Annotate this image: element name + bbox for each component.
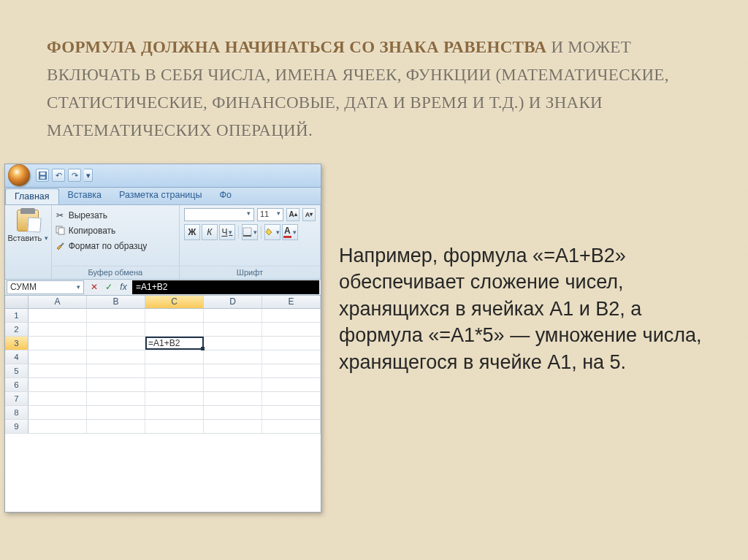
cell[interactable] xyxy=(87,337,145,350)
cell[interactable] xyxy=(145,323,204,336)
svg-rect-2 xyxy=(40,176,45,178)
cell[interactable] xyxy=(28,378,87,391)
cell[interactable] xyxy=(204,364,262,377)
accept-formula-icon[interactable]: ✓ xyxy=(103,281,115,293)
row-header[interactable]: 8 xyxy=(5,406,28,419)
cell[interactable] xyxy=(87,323,145,336)
worksheet-grid: A B C D E 1 2 3 =A1+B2 4 5 6 xyxy=(5,296,321,512)
select-all-corner[interactable] xyxy=(5,296,28,308)
cell[interactable] xyxy=(145,406,204,419)
quick-access-toolbar: ↶ ↷ ▾ xyxy=(36,169,93,182)
fill-color-button[interactable]: ▾ xyxy=(264,224,280,240)
cell[interactable] xyxy=(262,350,321,364)
clipboard-group-label: Буфер обмена xyxy=(52,266,179,279)
cell[interactable] xyxy=(28,337,87,350)
cell[interactable] xyxy=(204,350,262,364)
cell[interactable] xyxy=(145,420,204,433)
row-header[interactable]: 4 xyxy=(5,350,28,364)
undo-icon[interactable]: ↶ xyxy=(52,169,65,182)
column-header[interactable]: D xyxy=(204,296,262,308)
cell[interactable] xyxy=(28,392,87,405)
qat-more-icon[interactable]: ▾ xyxy=(84,169,93,182)
column-header[interactable]: A xyxy=(28,296,87,308)
row-header[interactable]: 5 xyxy=(5,364,28,377)
cell[interactable] xyxy=(28,350,87,364)
cell[interactable] xyxy=(262,392,321,405)
tab-insert[interactable]: Вставка xyxy=(59,188,110,204)
active-cell[interactable]: =A1+B2 xyxy=(145,337,204,350)
cell[interactable] xyxy=(204,392,262,405)
formula-bar[interactable]: =A1+B2 xyxy=(132,280,319,294)
cell[interactable] xyxy=(28,406,87,419)
cell[interactable] xyxy=(145,392,204,405)
cell[interactable] xyxy=(145,350,204,364)
cut-button[interactable]: ✂ Вырезать xyxy=(55,208,176,223)
paste-button[interactable]: Вставить▾ xyxy=(5,205,51,279)
cancel-formula-icon[interactable]: ✕ xyxy=(88,281,100,293)
cell[interactable] xyxy=(262,337,321,350)
slide-heading: ФОРМУЛА ДОЛЖНА НАЧИНАТЬСЯ СО ЗНАКА РАВЕН… xyxy=(0,0,748,159)
save-icon[interactable] xyxy=(36,169,49,182)
column-header[interactable]: C xyxy=(145,296,204,308)
row-header[interactable]: 7 xyxy=(5,392,28,405)
row-header[interactable]: 6 xyxy=(5,378,28,391)
grow-font-button[interactable]: A▴ xyxy=(286,208,299,221)
font-group: ▾ 11▾ A▴ A▾ Ж К Ч▾ ▾ ▾ A▾ xyxy=(180,205,321,279)
cell[interactable] xyxy=(262,364,321,377)
cell[interactable] xyxy=(262,309,321,322)
cell[interactable] xyxy=(145,378,204,391)
column-header[interactable]: B xyxy=(87,296,145,308)
bold-button[interactable]: Ж xyxy=(184,224,200,240)
copy-icon xyxy=(55,225,66,236)
cell[interactable] xyxy=(262,420,321,433)
cell[interactable] xyxy=(204,378,262,391)
font-name-combo[interactable]: ▾ xyxy=(184,208,254,221)
cell[interactable] xyxy=(87,364,145,377)
underline-button[interactable]: Ч▾ xyxy=(219,224,235,240)
shrink-font-button[interactable]: A▾ xyxy=(302,208,316,221)
cell[interactable] xyxy=(28,420,87,433)
cell[interactable] xyxy=(204,309,262,322)
cell[interactable] xyxy=(145,364,204,377)
copy-button[interactable]: Копировать xyxy=(55,223,176,238)
cell[interactable] xyxy=(87,420,145,433)
border-button[interactable]: ▾ xyxy=(242,224,258,240)
format-painter-button[interactable]: Формат по образцу xyxy=(55,239,176,253)
cell[interactable] xyxy=(204,337,262,350)
cell[interactable] xyxy=(204,420,262,433)
cell[interactable] xyxy=(87,309,145,322)
row-header[interactable]: 3 xyxy=(5,337,28,350)
tab-partial[interactable]: Фо xyxy=(210,188,240,204)
column-header[interactable]: E xyxy=(262,296,321,308)
cell[interactable] xyxy=(87,350,145,364)
name-box[interactable]: СУММ ▾ xyxy=(7,280,84,294)
tab-home[interactable]: Главная xyxy=(5,188,59,204)
cell[interactable] xyxy=(28,309,87,322)
cell[interactable] xyxy=(262,378,321,391)
cell[interactable] xyxy=(262,406,321,419)
font-size-combo[interactable]: 11▾ xyxy=(257,208,283,221)
cell[interactable] xyxy=(87,406,145,419)
row-header[interactable]: 1 xyxy=(5,309,28,322)
italic-button[interactable]: К xyxy=(202,224,218,240)
fx-icon[interactable]: fx xyxy=(118,281,129,293)
cell[interactable] xyxy=(145,309,204,322)
cell[interactable] xyxy=(28,364,87,377)
paste-label: Вставить xyxy=(8,234,42,242)
office-orb[interactable] xyxy=(8,164,30,186)
row: 8 xyxy=(5,406,321,420)
row: 5 xyxy=(5,364,321,378)
row-header[interactable]: 9 xyxy=(5,420,28,433)
cell[interactable] xyxy=(87,378,145,391)
row-header[interactable]: 2 xyxy=(5,323,28,336)
cell[interactable] xyxy=(262,323,321,336)
tab-page-layout[interactable]: Разметка страницы xyxy=(110,188,210,204)
cell[interactable] xyxy=(87,392,145,405)
slide-body-text: Например, формула «=А1+В2» обеспечивает … xyxy=(321,159,748,513)
cell[interactable] xyxy=(28,323,87,336)
cell[interactable] xyxy=(204,406,262,419)
redo-icon[interactable]: ↷ xyxy=(68,169,81,182)
cell[interactable] xyxy=(204,323,262,336)
name-box-value: СУММ xyxy=(10,282,37,292)
font-color-button[interactable]: A▾ xyxy=(282,224,298,240)
